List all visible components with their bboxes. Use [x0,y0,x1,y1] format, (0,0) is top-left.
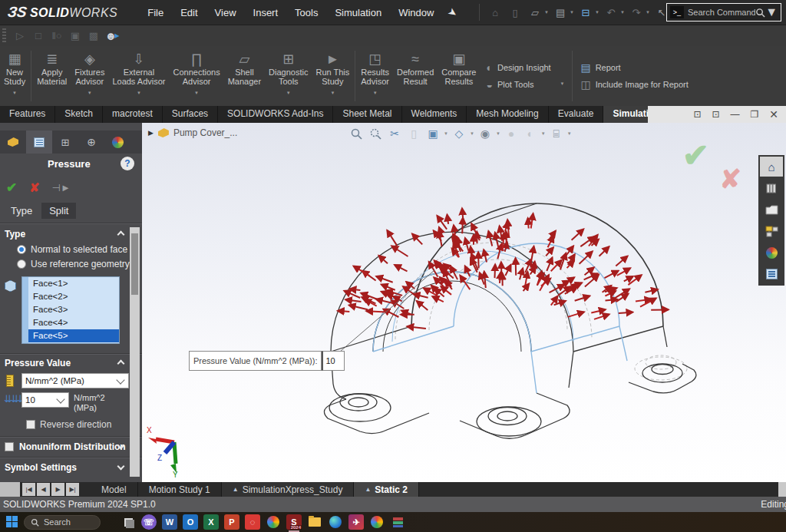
pressure-value-section-header[interactable]: Pressure Value [5,358,71,368]
winrar-icon[interactable] [390,514,405,530]
login-user-icon[interactable]: ☻▶ [103,28,121,45]
redo-icon[interactable]: ↷ [627,4,646,21]
radio-unselected-icon[interactable] [17,259,26,269]
checkbox-icon[interactable] [5,442,14,451]
tab-next-icon[interactable]: ▶ [51,483,64,496]
tab-weldments[interactable]: Weldments [402,106,467,123]
run-this-study-button[interactable]: ► Run ThisStudy ▼ [312,46,353,106]
excel-icon[interactable]: X [203,514,219,530]
tab-features[interactable]: Features [0,106,55,123]
tab-first-icon[interactable]: |◀ [22,483,35,496]
undo-icon[interactable]: ↶ [602,4,620,21]
face-list-item[interactable]: Face<4> [28,316,119,329]
plot-tools-button[interactable]: ◒ Plot Tools ▼ [487,78,565,91]
type-section-header[interactable]: Type [5,229,25,240]
face-list-item[interactable]: Face<1> [28,277,119,290]
plane-app-icon[interactable]: ✈ [348,514,364,530]
tab-solidworks-addins[interactable]: SOLIDWORKS Add-Ins [218,106,333,123]
resources-books-icon[interactable] [760,178,783,198]
file-explorer-icon[interactable] [307,514,322,530]
open-icon[interactable]: ▱ [526,4,544,21]
collapse-type-icon[interactable] [117,231,125,239]
edit-macro-icon[interactable]: ▩ [84,28,103,45]
nonuniform-distribution-section[interactable]: Nonuniform Distribution [5,441,126,452]
tab-evaluate[interactable]: Evaluate [549,106,604,123]
face-list-item[interactable]: Face<2> [28,290,119,303]
face-list-item-selected[interactable]: Face<5> [28,329,119,342]
dropdown-arrow-icon[interactable]: ▼ [12,88,17,94]
confirm-ok-button[interactable]: ✔ [682,140,709,172]
toolbar-grip[interactable] [2,28,6,44]
menu-simulation[interactable]: Simulation [326,2,390,23]
cancel-button[interactable]: ✘ [29,180,39,195]
apply-material-button[interactable]: ≣ ApplyMaterial [33,46,71,106]
connections-advisor-button[interactable]: ∏ ConnectionsAdvisor ▼ [170,46,224,106]
split-tab[interactable]: Split [41,203,76,219]
motion-study-tab[interactable]: Motion Study 1 [138,482,222,497]
pressure-unit-select[interactable]: N/mm^2 (MPa) [21,373,129,388]
menu-window[interactable]: Window [390,2,442,23]
normal-to-face-option[interactable]: Normal to selected face [17,244,127,255]
tab-sketch[interactable]: Sketch [55,106,103,123]
pump-cover-model[interactable] [142,123,786,482]
tab-macrotest[interactable]: macrotest [103,106,163,123]
horizontal-scrollbar[interactable] [778,482,786,497]
menu-view[interactable]: View [206,2,245,23]
dropdown-arrow-icon[interactable]: ▼ [286,88,291,94]
solidworks-taskbar-icon[interactable]: S2024 [286,514,302,530]
include-image-for-report-button[interactable]: ◫ Include Image for Report [580,78,688,91]
menu-edit[interactable]: Edit [172,2,206,23]
face-list-item[interactable]: Face<3> [28,303,119,316]
reference-geometry-option[interactable]: Use reference geometry [17,259,130,269]
dropdown-arrow-icon[interactable]: ▼ [88,88,92,94]
reverse-direction-option[interactable]: Reverse direction [26,419,111,430]
minimize-icon[interactable]: — [731,109,740,120]
home-tab-icon[interactable]: ⌂ [760,157,783,177]
symbol-settings-section-header[interactable]: Symbol Settings [5,462,77,473]
outlook-icon[interactable]: O [183,514,198,530]
stop-macro-icon[interactable]: □ [29,28,48,45]
dropdown-arrow-icon[interactable]: ▼ [560,81,564,88]
dropdown-arrow-icon[interactable]: ▼ [194,88,199,94]
feature-manager-tab[interactable] [0,131,26,154]
run-macro-icon[interactable]: ▷ [11,28,29,45]
expand-symbol-settings-icon[interactable] [117,463,125,471]
close-icon[interactable]: ✕ [769,108,778,121]
report-button[interactable]: ▤ Report [580,61,688,74]
task-view-icon[interactable] [121,514,136,530]
static2-study-tab[interactable]: ▲Static 2 [354,482,419,497]
design-insight-button[interactable]: ◐ Design Insight [487,61,565,74]
custom-properties-icon[interactable] [760,264,783,284]
undock-pane-icon[interactable]: ⊡ [693,109,701,120]
tab-scroll-home[interactable] [0,482,20,497]
tab-prev-icon[interactable]: ◀ [37,483,50,496]
menu-tools[interactable]: Tools [286,2,326,23]
appearances-sphere-icon[interactable] [760,243,783,263]
powerpoint-icon[interactable]: P [224,514,239,530]
dimxpert-manager-tab[interactable]: ⊕ [78,131,104,154]
shell-manager-button[interactable]: ▱ ShellManager [224,46,265,106]
results-advisor-button[interactable]: ◳ ResultsAdvisor ▼ [357,46,393,106]
radio-selected-icon[interactable] [17,245,26,254]
new-macro-icon[interactable]: ▣ [66,28,84,45]
design-library-folder-icon[interactable] [760,200,783,220]
save-icon[interactable]: ▤ [551,4,570,21]
word-icon[interactable]: W [162,514,177,530]
new-study-button[interactable]: ▦ NewStudy ▼ [0,46,29,106]
viber-icon[interactable]: ☏ [141,514,157,530]
chrome-profile-icon[interactable] [369,514,385,530]
restore-icon[interactable]: ❐ [751,109,759,120]
dock-pane-icon[interactable]: ⊡ [712,109,719,120]
deformed-result-button[interactable]: ≈ DeformedResult [393,46,438,106]
display-manager-tab[interactable] [104,131,130,154]
checkbox-icon[interactable] [26,420,35,429]
menu-file[interactable]: File [139,2,172,23]
tab-sheet-metal[interactable]: Sheet Metal [333,106,401,123]
selected-faces-list[interactable]: Face<1> Face<2> Face<3> Face<4> Face<5> [21,276,120,344]
new-document-icon[interactable]: ▯ [506,4,524,21]
dropdown-arrow-icon[interactable]: ▼ [137,88,141,94]
print-icon[interactable]: ⊟ [576,4,595,21]
search-icon[interactable] [755,8,765,18]
help-button[interactable]: ? [121,157,134,170]
taskbar-search-box[interactable]: Search [24,515,101,530]
